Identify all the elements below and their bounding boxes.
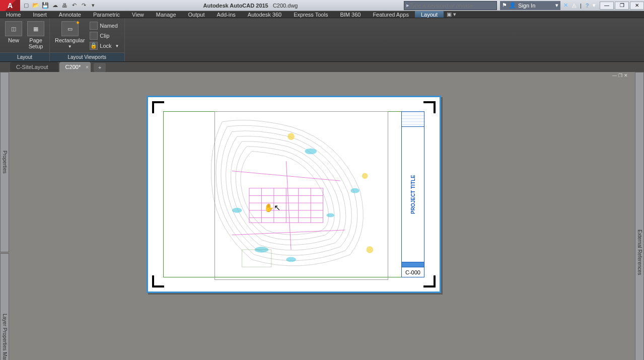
panel-title-viewports: Layout Viewports (50, 52, 124, 61)
page-setup-button[interactable]: ▦ Page Setup (26, 20, 45, 50)
sheet-number: C-000 (402, 267, 424, 277)
doctab-sitelayout[interactable]: C-SiteLayout (10, 62, 58, 72)
tab-bim360[interactable]: BIM 360 (334, 11, 367, 18)
canvas[interactable]: — ❐ ✕ (9, 72, 635, 360)
doc-close-icon[interactable]: ✕ (624, 73, 628, 79)
title-block: PROJECT TITLE C-000 (401, 111, 424, 277)
help-icon[interactable]: ? (586, 3, 589, 9)
tab-layout[interactable]: Layout (415, 11, 444, 18)
maximize-button[interactable]: ❐ (615, 2, 629, 10)
pan-cursor-icon: ✋↖ (264, 203, 280, 212)
tab-home[interactable]: Home (0, 11, 27, 18)
panel-layout: ◫ New ▦ Page Setup Layout (0, 18, 50, 61)
tab-view[interactable]: View (126, 11, 150, 18)
ribbon: ◫ New ▦ Page Setup Layout ▭✦ Rectangular… (0, 18, 644, 62)
layer-manager-panel-tab[interactable]: Layer Properties Manager (0, 253, 9, 361)
page-setup-icon: ▦ (27, 21, 44, 36)
new-icon[interactable]: ▢ (22, 2, 30, 10)
rectangular-icon: ▭✦ (61, 21, 79, 36)
document-tabs: C-SiteLayout C200*× + (0, 62, 644, 72)
minimize-button[interactable]: — (600, 2, 614, 10)
quick-access-toolbar: ▢ 📂 💾 ☁ 🖶 ↶ ↷ ▾ (20, 2, 97, 10)
tab-autodesk360[interactable]: Autodesk 360 (242, 11, 288, 18)
print-icon[interactable]: 🖶 (60, 2, 68, 10)
tab-expresstools[interactable]: Express Tools (288, 11, 334, 18)
viewport-boundary[interactable] (214, 111, 388, 280)
close-icon[interactable]: × (86, 64, 89, 70)
panel-layout-viewports: ▭✦ Rectangular ▼ Named Clip 🔒Lock▼ Layou… (50, 18, 125, 61)
workspace: Properties Layer Properties Manager — ❐ … (0, 72, 644, 360)
infocenter: ✕ ◬ | ? ▾ (563, 2, 600, 9)
lock-button[interactable]: 🔒Lock▼ (89, 41, 120, 50)
tab-featuredapps[interactable]: Featured Apps (367, 11, 415, 18)
redo-icon[interactable]: ↷ (80, 2, 88, 10)
clip-button[interactable]: Clip (89, 31, 120, 40)
rectangular-button[interactable]: ▭✦ Rectangular ▼ (54, 20, 86, 50)
a360-icon[interactable]: ◬ (572, 2, 576, 9)
search-input[interactable] (409, 3, 494, 9)
named-button[interactable]: Named (89, 21, 120, 30)
lock-icon: 🔒 (90, 42, 98, 50)
app-logo[interactable]: A (0, 0, 20, 11)
tab-parametric[interactable]: Parametric (87, 11, 126, 18)
search-box[interactable]: ▸ (404, 1, 497, 10)
close-button[interactable]: ✕ (630, 2, 644, 10)
camera-icon[interactable]: ▣ ▾ (447, 11, 456, 18)
paper-sheet[interactable]: PROJECT TITLE C-000 ✋↖ (147, 96, 441, 293)
save-icon[interactable]: 💾 (41, 2, 49, 10)
project-title-label: PROJECT TITLE (402, 127, 424, 262)
saveas-icon[interactable]: ☁ (51, 2, 59, 10)
clip-icon (90, 32, 98, 40)
doc-minimize-icon[interactable]: — (612, 73, 617, 79)
signin-label: Sign In (518, 3, 535, 9)
tab-annotate[interactable]: Annotate (53, 11, 87, 18)
external-references-panel-tab[interactable]: External References (635, 72, 644, 360)
exchange-icon: ⚑ (502, 2, 507, 9)
add-tab-button[interactable]: + (94, 63, 106, 72)
chevron-down-icon: ▼ (115, 44, 119, 48)
tab-addins[interactable]: Add-ins (211, 11, 242, 18)
chevron-down-icon: ▼ (68, 44, 72, 49)
title-block-header (402, 112, 424, 127)
user-icon: 👤 (509, 2, 516, 9)
new-layout-button[interactable]: ◫ New (4, 20, 23, 44)
properties-panel-tab[interactable]: Properties (0, 72, 9, 252)
window-controls: — ❐ ✕ (600, 2, 644, 10)
chevron-down-icon[interactable]: ▾ (593, 2, 596, 9)
title-bar: A ▢ 📂 💾 ☁ 🖶 ↶ ↷ ▾ Autodesk AutoCAD 2015 … (0, 0, 644, 11)
tab-insert[interactable]: Insert (27, 11, 53, 18)
named-icon (90, 22, 98, 30)
doc-restore-icon[interactable]: ❐ (618, 73, 622, 79)
ribbon-tabs: Home Insert Annotate Parametric View Man… (0, 11, 644, 18)
signin-button[interactable]: ⚑ 👤 Sign In ▾ (500, 1, 560, 10)
new-layout-icon: ◫ (5, 21, 22, 36)
chevron-down-icon: ▾ (555, 2, 558, 9)
tab-manage[interactable]: Manage (150, 11, 182, 18)
panel-title-layout: Layout (0, 52, 49, 61)
undo-icon[interactable]: ↶ (70, 2, 78, 10)
qat-dropdown-icon[interactable]: ▾ (89, 2, 97, 10)
window-title: Autodesk AutoCAD 2015 C200.dwg (97, 3, 404, 9)
doctab-c200[interactable]: C200*× (59, 62, 91, 72)
open-icon[interactable]: 📂 (32, 2, 40, 10)
tab-output[interactable]: Output (182, 11, 211, 18)
exchange-x-icon[interactable]: ✕ (563, 2, 568, 9)
